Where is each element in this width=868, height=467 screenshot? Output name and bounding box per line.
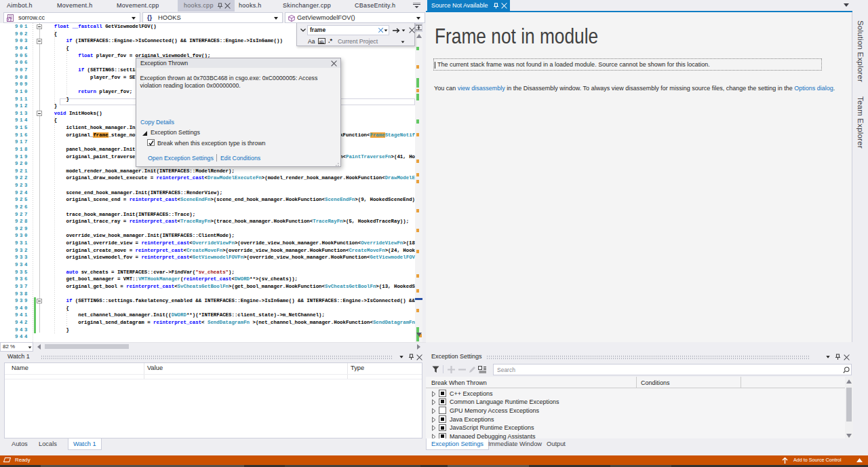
svg-text:ab: ab [319,39,324,43]
